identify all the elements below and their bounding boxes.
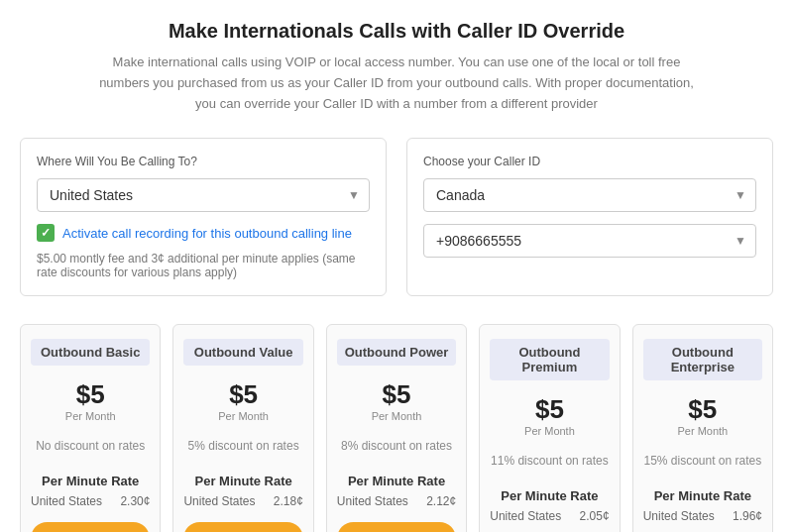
plan-name: Outbound Value	[183, 339, 302, 366]
per-minute-label: Per Minute Rate	[337, 474, 456, 488]
plan-card: Outbound Basic $5 Per Month No discount …	[20, 324, 161, 532]
plan-discount: 5% discount on rates	[183, 430, 302, 462]
rate-row: United States 2.30¢	[31, 494, 150, 508]
destination-config-box: Where Will You Be Calling To? United Sta…	[20, 138, 387, 296]
plan-discount: No discount on rates	[31, 430, 150, 462]
rate-country: United States	[643, 509, 715, 523]
rate-value: 2.12¢	[426, 494, 456, 508]
phone-number-select-wrapper: +9086665555 ▼	[423, 224, 756, 258]
page-subtitle: Make international calls using VOIP or l…	[89, 53, 704, 114]
choose-plan-button[interactable]: Choose plan	[31, 522, 150, 532]
plan-card: Outbound Enterprise $5 Per Month 15% dis…	[632, 324, 773, 532]
rate-value: 2.18¢	[274, 494, 303, 508]
page-title: Make Internationals Calls with Caller ID…	[20, 20, 773, 43]
plan-discount: 15% discount on rates	[643, 445, 762, 477]
plan-card: Outbound Power $5 Per Month 8% discount …	[326, 324, 467, 532]
per-minute-label: Per Minute Rate	[643, 488, 762, 503]
per-minute-label: Per Minute Rate	[490, 488, 609, 503]
plan-discount: 11% discount on rates	[490, 445, 609, 477]
call-recording-checkbox[interactable]	[37, 224, 55, 242]
rate-value: 1.96¢	[733, 509, 762, 523]
caller-id-select-wrapper: Canada United States ▼	[423, 178, 756, 212]
caller-id-config-box: Choose your Caller ID Canada United Stat…	[406, 138, 773, 296]
plan-card: Outbound Value $5 Per Month 5% discount …	[172, 324, 313, 532]
plan-name: Outbound Premium	[490, 339, 609, 380]
rate-value: 2.30¢	[120, 494, 150, 508]
plans-section: Outbound Basic $5 Per Month No discount …	[20, 324, 773, 532]
per-minute-label: Per Minute Rate	[31, 474, 150, 488]
plan-name: Outbound Basic	[31, 339, 150, 366]
rate-row: United States 2.05¢	[490, 509, 609, 523]
call-recording-label: Activate call recording for this outboun…	[62, 226, 352, 241]
rate-country: United States	[183, 494, 255, 508]
caller-id-label: Choose your Caller ID	[423, 155, 756, 168]
per-minute-label: Per Minute Rate	[183, 474, 302, 488]
choose-plan-button[interactable]: Choose plan	[183, 522, 302, 532]
rate-row: United States 1.96¢	[643, 509, 762, 523]
plan-discount: 8% discount on rates	[337, 430, 456, 462]
choose-plan-button[interactable]: Choose plan	[337, 522, 456, 532]
config-section: Where Will You Be Calling To? United Sta…	[20, 138, 773, 296]
plan-card: Outbound Premium $5 Per Month 11% discou…	[479, 324, 620, 532]
plan-period: Per Month	[31, 410, 150, 422]
plan-period: Per Month	[183, 410, 302, 422]
plan-price: $5	[31, 379, 150, 410]
plan-name: Outbound Enterprise	[643, 339, 762, 380]
rate-country: United States	[31, 494, 102, 508]
rate-row: United States 2.18¢	[183, 494, 302, 508]
phone-number-select[interactable]: +9086665555	[423, 224, 756, 258]
plan-name: Outbound Power	[337, 339, 456, 366]
rate-row: United States 2.12¢	[337, 494, 456, 508]
country-select[interactable]: United States Canada United Kingdom	[37, 178, 370, 212]
rate-country: United States	[490, 509, 561, 523]
call-recording-row: Activate call recording for this outboun…	[37, 224, 370, 242]
plan-period: Per Month	[490, 425, 609, 437]
plan-price: $5	[183, 379, 302, 410]
destination-label: Where Will You Be Calling To?	[37, 155, 370, 168]
fee-note: $5.00 montly fee and 3¢ additional per m…	[37, 252, 370, 279]
rate-country: United States	[337, 494, 408, 508]
rate-value: 2.05¢	[580, 509, 610, 523]
plan-price: $5	[643, 394, 762, 425]
caller-id-select[interactable]: Canada United States	[423, 178, 756, 212]
header: Make Internationals Calls with Caller ID…	[20, 20, 773, 114]
country-select-wrapper: United States Canada United Kingdom ▼	[37, 178, 370, 212]
plan-price: $5	[337, 379, 456, 410]
plan-period: Per Month	[643, 425, 762, 437]
plan-price: $5	[490, 394, 609, 425]
plan-period: Per Month	[337, 410, 456, 422]
